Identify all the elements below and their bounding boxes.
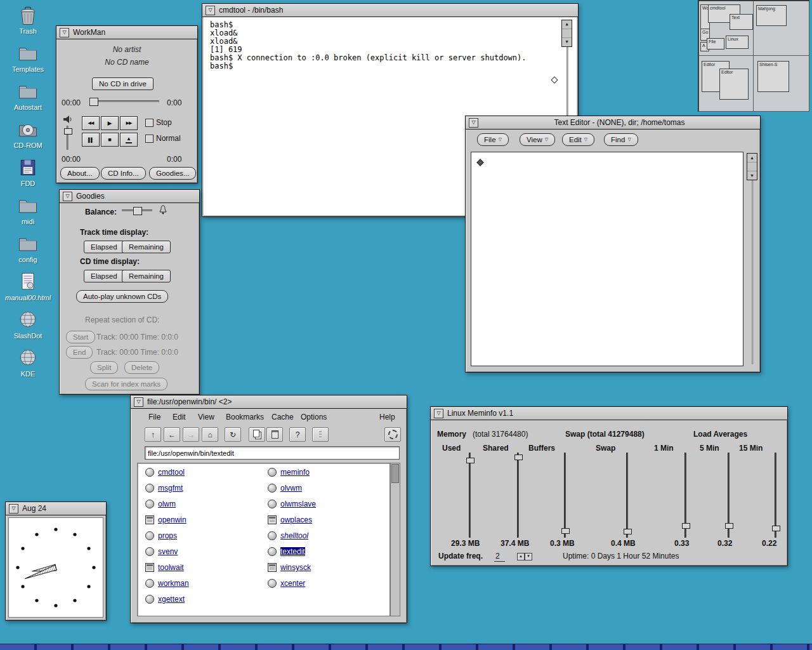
goodies-titlebar[interactable]: ▽ Goodies [60, 190, 199, 203]
file-link[interactable]: xgettext [158, 595, 185, 604]
autoplay-button[interactable]: Auto-play unknown CDs [76, 290, 168, 303]
list-item[interactable]: toolwait [145, 561, 184, 574]
forward-button[interactable]: → [183, 427, 199, 442]
file-link[interactable]: olwm [158, 500, 176, 508]
play-button[interactable]: ▶ [101, 116, 119, 130]
paste-button[interactable] [266, 427, 283, 442]
menu-bookmarks[interactable]: Bookmarks [226, 413, 264, 421]
list-item[interactable]: workman [145, 577, 189, 590]
reload-button[interactable]: ↻ [225, 427, 241, 442]
pager-desktop-2[interactable]: Mahjong [753, 1, 809, 56]
pager-desktop-3[interactable]: Editor Editor [698, 55, 754, 112]
help-button[interactable]: ? [289, 427, 306, 442]
repeat-end-button[interactable]: End [66, 346, 93, 359]
window-menu-button[interactable]: ▽ [134, 397, 143, 407]
file-link[interactable]: workman [158, 579, 189, 588]
menu-cache[interactable]: Cache [272, 413, 294, 421]
scrollbar-thumb[interactable] [391, 464, 399, 483]
file-link[interactable]: xcenter [280, 579, 305, 588]
text-area[interactable] [471, 152, 743, 366]
stop-button[interactable]: ■ [101, 133, 119, 147]
file-link[interactable]: olvwm [280, 484, 302, 493]
desktop-icon-midi[interactable]: midi [5, 194, 51, 225]
scrollbar-track[interactable] [390, 463, 400, 616]
list-item[interactable]: msgfmt [145, 482, 183, 494]
find-menu-button[interactable]: Find▽ [604, 133, 638, 146]
meminfo-titlebar[interactable]: ▽ Linux Meminfo v1.1 [431, 407, 787, 420]
repeat-start-button[interactable]: Start [66, 331, 95, 343]
file-menu-button[interactable]: File▽ [477, 133, 509, 146]
update-freq-down-button[interactable]: ▼ [525, 553, 532, 560]
list-item-selected[interactable]: textedit [268, 545, 305, 558]
home-button[interactable]: ⌂ [202, 427, 218, 442]
update-freq-up-button[interactable]: ▲ [517, 553, 525, 560]
scroll-down-icon[interactable]: ▼ [747, 171, 757, 180]
up-button[interactable]: ↑ [145, 427, 161, 442]
pager-mini-window[interactable]: Editor [719, 69, 749, 100]
pager-mini-window[interactable]: Linux [726, 36, 749, 49]
cd-remaining-button[interactable]: Remaining [122, 270, 171, 282]
desktop-icon-slashdot[interactable]: SlashDot [5, 308, 51, 340]
list-item[interactable]: xcenter [268, 577, 305, 590]
prev-track-button[interactable]: ◀◀ [82, 116, 100, 130]
list-item[interactable]: openwin [145, 514, 187, 526]
list-item[interactable]: olwmslave [268, 498, 316, 510]
taskbar[interactable] [0, 644, 812, 650]
pager-desktop-4[interactable]: Shisen-S [753, 55, 809, 112]
pager-mini-window[interactable]: Mahjong [756, 5, 787, 26]
file-link[interactable]: textedit [280, 547, 305, 556]
file-link[interactable]: msgfmt [158, 484, 183, 493]
scroll-up-icon[interactable]: ▲ [562, 20, 572, 29]
window-menu-button[interactable]: ▽ [63, 192, 72, 201]
list-item[interactable]: shelltool [268, 529, 308, 542]
gear-button[interactable] [384, 427, 401, 442]
cmdtool-titlebar[interactable]: ▽ cmdtool - /bin/bash [202, 4, 578, 17]
menu-options[interactable]: Options [301, 413, 327, 421]
list-item[interactable]: cmdtool [145, 466, 185, 479]
file-link[interactable]: owplaces [280, 515, 312, 524]
file-link[interactable]: toolwait [158, 563, 184, 572]
pager-mini-window[interactable]: File [707, 38, 724, 50]
scroll-up-icon[interactable]: ▲ [747, 154, 757, 162]
desktop-icon-kde[interactable]: KDE [5, 347, 51, 378]
about-button[interactable]: About... [60, 167, 100, 180]
cd-status-button[interactable]: No CD in drive [92, 77, 154, 90]
pager-mini-window[interactable]: Text [730, 14, 753, 30]
scroll-drag-box[interactable] [562, 29, 572, 38]
file-link[interactable]: shelltool [280, 531, 308, 540]
window-menu-button[interactable]: ▽ [206, 6, 215, 15]
file-link[interactable]: winsysck [280, 563, 311, 572]
file-link[interactable]: cmdtool [158, 468, 185, 477]
stop-mode-checkbox[interactable] [145, 119, 154, 127]
address-input[interactable] [145, 446, 400, 460]
next-track-button[interactable]: ▶▶ [120, 116, 138, 130]
scrollbar-elevator[interactable]: ▲ ▼ [747, 153, 757, 180]
window-menu-button[interactable]: ▽ [434, 409, 443, 418]
volume-slider[interactable] [64, 126, 71, 150]
goodies-button[interactable]: Goodies... [149, 167, 196, 180]
cd-elapsed-button[interactable]: Elapsed [84, 270, 124, 282]
desktop-icon-templates[interactable]: Templates [5, 42, 51, 73]
file-link[interactable]: meminfo [280, 468, 310, 477]
scrollbar-cable[interactable] [752, 153, 754, 364]
desktop-icon-cdrom[interactable]: CD-ROM [5, 118, 51, 149]
window-menu-button[interactable]: ▽ [60, 28, 69, 37]
pager-mini-window[interactable]: Shisen-S [757, 61, 789, 92]
stop-button[interactable] [312, 427, 329, 442]
scan-index-button[interactable]: Scan for index marks [85, 378, 167, 390]
list-item[interactable]: winsysck [268, 561, 311, 574]
list-item[interactable]: props [145, 529, 177, 542]
eject-button[interactable]: ▲ [120, 133, 138, 147]
edit-menu-button[interactable]: Edit▽ [562, 133, 594, 146]
play-mode-checkbox[interactable] [145, 135, 154, 143]
file-link[interactable]: openwin [158, 515, 187, 524]
list-item[interactable]: svenv [145, 545, 178, 558]
desktop-icon-manual-html[interactable]: manual00.html [5, 270, 51, 302]
delete-button[interactable]: Delete [124, 361, 159, 374]
scrollbar-elevator[interactable]: ▲ ▼ [561, 20, 572, 47]
scroll-drag-box[interactable] [747, 162, 757, 171]
track-elapsed-button[interactable]: Elapsed [84, 241, 124, 253]
menu-file[interactable]: File [148, 413, 160, 421]
workman-titlebar[interactable]: ▽ WorkMan [56, 26, 197, 39]
filemanager-titlebar[interactable]: ▽ file:/usr/openwin/bin/ <2> [131, 395, 407, 409]
